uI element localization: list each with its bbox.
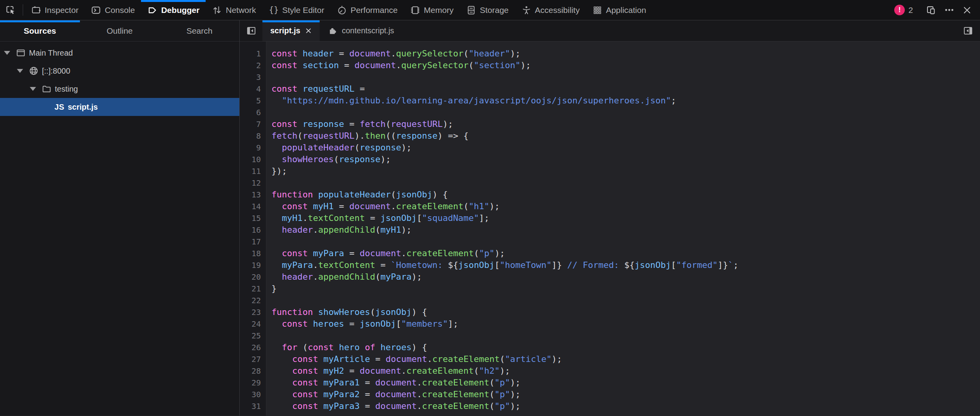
code-token: header — [282, 272, 313, 282]
line-number[interactable]: 31 — [240, 400, 266, 412]
code-token: . — [313, 272, 318, 282]
line-number[interactable]: 13 — [240, 189, 266, 201]
toolbar-tab-memory[interactable]: Memory — [404, 0, 460, 20]
panel-tab-search[interactable]: Search — [159, 20, 239, 41]
toolbar-tab-label: Performance — [351, 5, 398, 15]
line-number[interactable]: 23 — [240, 306, 266, 318]
code-token: . — [401, 366, 406, 376]
expand-caret-icon[interactable] — [4, 51, 16, 55]
line-number[interactable]: 11 — [240, 165, 266, 177]
tree-item-main-thread[interactable]: Main Thread — [0, 44, 239, 62]
editor-tab-script-js[interactable]: script.js — [262, 20, 320, 41]
line-number[interactable]: 28 — [240, 365, 266, 377]
toolbar-tab-application[interactable]: Application — [586, 0, 653, 20]
line-number[interactable]: 15 — [240, 212, 266, 224]
error-count: 2 — [908, 5, 913, 15]
code-token — [308, 319, 313, 329]
line-number[interactable]: 19 — [240, 259, 266, 271]
toolbar-tab-storage[interactable]: Storage — [460, 0, 515, 20]
code-token: requestURL — [302, 84, 354, 94]
devtools-menu-button[interactable] — [940, 2, 958, 18]
line-number[interactable]: 20 — [240, 271, 266, 283]
node-picker-button[interactable] — [0, 0, 21, 20]
code-token: ( — [463, 201, 468, 211]
toolbar-tab-debugger[interactable]: Debugger — [141, 0, 206, 20]
code-line — [271, 330, 980, 342]
code-token: . — [313, 225, 318, 235]
code-token: ) { — [412, 342, 427, 352]
code-editor[interactable]: 1234567891011121314151617181920212223242… — [240, 42, 980, 416]
code-token: ( — [354, 143, 360, 152]
line-number[interactable]: 2 — [240, 60, 266, 71]
tree-item-testing[interactable]: testing — [0, 80, 239, 98]
line-number[interactable]: 17 — [240, 236, 266, 248]
code-token: ); — [510, 401, 521, 411]
code-token — [297, 119, 302, 129]
line-number[interactable]: 10 — [240, 154, 266, 165]
line-number[interactable]: 9 — [240, 142, 266, 154]
line-number[interactable]: 5 — [240, 95, 266, 107]
code-token: appendChild — [318, 225, 375, 235]
toolbar-tab-label: Accessibility — [535, 5, 580, 15]
code-token: document — [360, 366, 401, 376]
caret-down-icon — [30, 87, 36, 91]
line-number[interactable]: 3 — [240, 71, 266, 83]
line-number[interactable]: 4 — [240, 83, 266, 95]
line-number[interactable]: 6 — [240, 107, 266, 118]
tree-item--8000[interactable]: [::]:8000 — [0, 62, 239, 80]
line-number[interactable]: 18 — [240, 248, 266, 259]
panel-tab-outline[interactable]: Outline — [80, 20, 160, 41]
line-number[interactable]: 29 — [240, 377, 266, 389]
code-line: populateHeader(response); — [271, 142, 980, 154]
line-number[interactable]: 7 — [240, 118, 266, 130]
code-token: = — [339, 60, 354, 70]
line-number[interactable]: 16 — [240, 224, 266, 236]
toolbar-tab-console[interactable]: Console — [85, 0, 141, 20]
code-line: const myPara = document.createElement("p… — [271, 248, 980, 259]
code-token — [271, 201, 282, 211]
line-number[interactable]: 30 — [240, 389, 266, 400]
code-token — [271, 248, 282, 258]
memory-icon — [410, 5, 420, 15]
line-number[interactable]: 27 — [240, 353, 266, 365]
line-number[interactable]: 26 — [240, 342, 266, 353]
tree-item-script-js[interactable]: JSscript.js — [0, 98, 239, 116]
toolbar-tab-style-editor[interactable]: {}Style Editor — [262, 0, 331, 20]
close-devtools-button[interactable] — [958, 2, 976, 18]
code-token: ]; — [479, 213, 490, 223]
expand-caret-icon[interactable] — [30, 87, 42, 91]
panel-tab-sources[interactable]: Sources — [0, 20, 80, 41]
responsive-design-icon — [926, 5, 937, 15]
code-token — [271, 366, 292, 376]
toolbar-tab-network[interactable]: Network — [206, 0, 262, 20]
line-number[interactable]: 24 — [240, 318, 266, 330]
close-tab-button[interactable] — [305, 27, 312, 34]
responsive-design-mode-button[interactable] — [922, 2, 940, 18]
line-number[interactable]: 8 — [240, 130, 266, 142]
error-count-button[interactable]: ! 2 — [894, 5, 913, 15]
line-number[interactable]: 22 — [240, 295, 266, 306]
code-line: const header = document.querySelector("h… — [271, 48, 980, 60]
toolbar-tab-label: Inspector — [45, 5, 78, 15]
line-number[interactable]: 25 — [240, 330, 266, 342]
toolbar-tab-accessibility[interactable]: Accessibility — [515, 0, 586, 20]
code-token: ${ — [448, 260, 458, 270]
expand-debugger-pane-button[interactable] — [956, 20, 980, 41]
toolbar-tab-performance[interactable]: Performance — [331, 0, 404, 20]
line-number[interactable]: 14 — [240, 201, 266, 212]
editor-tab-contentscript-js[interactable]: contentscript.js — [320, 20, 402, 41]
line-number[interactable]: 1 — [240, 48, 266, 60]
line-number[interactable]: 21 — [240, 283, 266, 295]
code-line: const heroes = jsonObj["members"]; — [271, 318, 980, 330]
code-line: const requestURL = — [271, 83, 980, 95]
line-number[interactable]: 12 — [240, 177, 266, 189]
collapse-sources-pane-button[interactable] — [240, 20, 262, 41]
code-token: const — [271, 119, 297, 129]
tree-item-label: [::]:8000 — [42, 67, 70, 76]
code-token: ( — [474, 248, 479, 258]
code-token: ); — [510, 378, 521, 387]
code-token — [297, 49, 302, 58]
expand-caret-icon[interactable] — [17, 69, 29, 73]
code-token: function — [271, 307, 313, 317]
toolbar-tab-inspector[interactable]: Inspector — [25, 0, 85, 20]
